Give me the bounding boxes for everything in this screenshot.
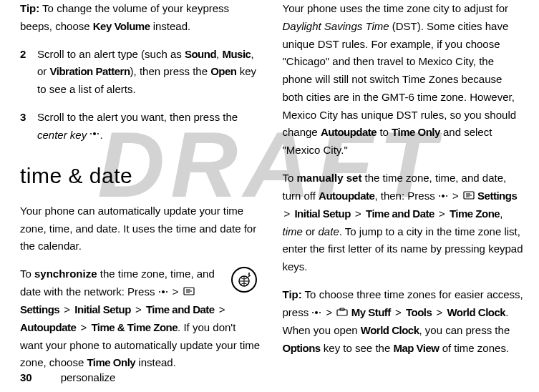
t: Music: [222, 48, 251, 60]
step2-number: 2: [20, 46, 30, 99]
t: Autoupdate: [20, 321, 76, 333]
t: Tools: [406, 306, 432, 318]
t: Daylight Savings Time: [283, 20, 389, 32]
t: Scroll to the alert you want, then press…: [37, 111, 238, 123]
t: of time zones.: [440, 342, 510, 354]
t: ,: [500, 207, 502, 220]
right-column: Your phone uses the time zone city to ad…: [283, 0, 524, 382]
t: (DST). Some cities have unique DST rules…: [283, 20, 517, 139]
tip-world-clock: Tip: To choose three time zones for easi…: [283, 286, 524, 358]
mystuff-icon: [336, 304, 348, 322]
t: ), then press the: [130, 65, 211, 77]
svg-point-1: [90, 133, 92, 134]
svg-point-11: [446, 195, 447, 197]
sync-globe-icon: [231, 267, 257, 293]
t: >: [326, 306, 336, 318]
svg-point-7: [166, 291, 167, 293]
t: Tip:: [283, 288, 302, 300]
tip-bold: Key Volume: [93, 20, 150, 32]
t: Initial Setup: [74, 303, 131, 315]
t: To: [20, 268, 34, 280]
svg-point-15: [319, 312, 321, 313]
t: >: [395, 306, 404, 318]
step3-text: Scroll to the alert you want, then press…: [37, 109, 261, 144]
t: to: [377, 126, 392, 138]
tip-keyvolume: Tip: To change the volume of your keypre…: [20, 0, 261, 36]
t: , you can press the: [419, 324, 510, 336]
t: World Clock: [361, 324, 419, 336]
heading-time-date: time & date: [20, 158, 261, 194]
svg-point-9: [442, 195, 445, 197]
t: Open: [210, 65, 236, 77]
t: >: [452, 190, 462, 202]
para-synchronize: To synchronize the time zone, time, and …: [20, 265, 261, 372]
t: My Stuff: [351, 306, 391, 318]
t: Time Only: [87, 356, 135, 368]
left-column: Tip: To change the volume of your keypre…: [20, 0, 261, 382]
t: >: [64, 303, 73, 315]
svg-point-0: [93, 132, 96, 135]
svg-point-10: [439, 195, 440, 197]
t: >: [173, 285, 182, 298]
t: center key: [37, 129, 87, 141]
t: time: [283, 225, 303, 237]
t: key to see the: [321, 342, 394, 354]
center-key-icon: [89, 128, 99, 143]
center-key-icon: [438, 189, 448, 204]
tip-after: instead.: [150, 20, 191, 32]
t: .: [99, 129, 102, 141]
step-3: 3 Scroll to the alert you want, then pre…: [20, 109, 261, 144]
t: manually set: [297, 172, 362, 184]
svg-point-13: [315, 311, 318, 314]
settings-icon: [463, 187, 475, 205]
t: Scroll to an alert type (such as: [37, 48, 185, 60]
t: >: [77, 321, 89, 333]
t: Settings: [20, 303, 59, 315]
page-content: Tip: To change the volume of your keypre…: [0, 0, 539, 382]
t: >: [352, 207, 364, 220]
t: World Clock: [447, 306, 505, 318]
t: >: [132, 303, 145, 315]
para-auto-update: Your phone can automatically update your…: [20, 202, 261, 255]
t: synchronize: [34, 268, 97, 280]
t: Your phone uses the time zone city to ad…: [283, 2, 508, 14]
svg-point-5: [162, 290, 165, 293]
t: >: [216, 303, 225, 315]
settings-icon: [183, 283, 195, 301]
t: Map View: [393, 342, 439, 354]
center-key-icon: [311, 305, 321, 320]
t: Initial Setup: [294, 207, 351, 220]
t: Autoupdate: [319, 190, 374, 202]
t: Autoupdate: [321, 126, 377, 138]
t: Options: [283, 342, 321, 354]
t: >: [433, 306, 445, 318]
t: >: [284, 207, 293, 220]
para-manual-set: To manually set the time zone, time, and…: [283, 170, 524, 276]
step-2: 2 Scroll to an alert type (such as Sound…: [20, 46, 261, 99]
t: , then: Press: [374, 190, 437, 202]
t: date: [319, 225, 339, 237]
t: Time and Date: [146, 303, 215, 315]
t: Time Zone: [450, 207, 500, 220]
t: Time Only: [392, 126, 440, 138]
step3-number: 3: [20, 109, 30, 144]
para-dst: Your phone uses the time zone city to ad…: [283, 0, 524, 160]
t: Time & Time Zone: [91, 321, 178, 333]
svg-point-4: [248, 273, 250, 274]
step2-text: Scroll to an alert type (such as Sound, …: [37, 46, 261, 99]
t: Settings: [477, 190, 517, 202]
t: Vibration Pattern: [50, 65, 130, 77]
t: >: [436, 207, 448, 220]
t: or: [303, 225, 319, 237]
t: To: [283, 172, 297, 184]
t: instead.: [135, 356, 176, 368]
center-key-icon: [158, 285, 168, 300]
t: Sound: [185, 48, 216, 60]
t: Time and Date: [366, 207, 434, 220]
svg-point-14: [312, 312, 314, 313]
tip-label: Tip:: [20, 2, 39, 14]
svg-point-6: [159, 291, 160, 293]
